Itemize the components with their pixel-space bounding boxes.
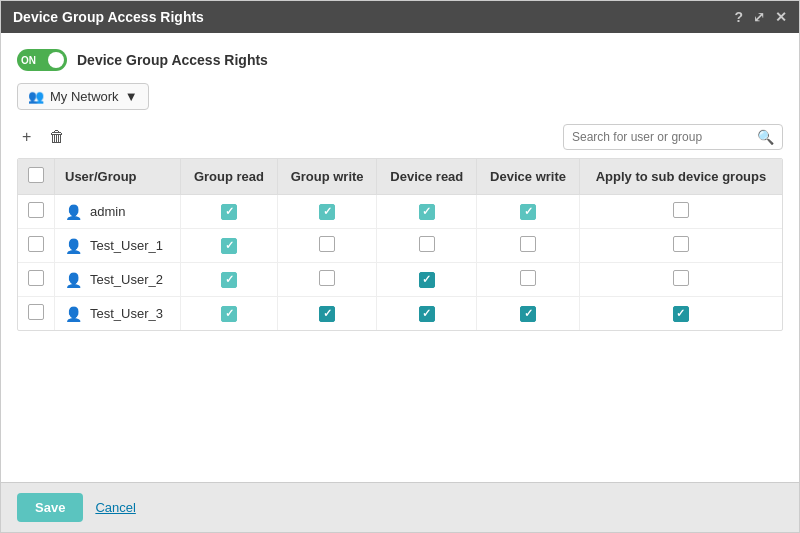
toggle-row: ON Device Group Access Rights xyxy=(17,49,783,71)
device_write-cell xyxy=(477,297,580,331)
device_write-cell xyxy=(477,229,580,263)
header-user-group: User/Group xyxy=(55,159,181,195)
row-select-cell xyxy=(18,195,55,229)
device_write-cell xyxy=(477,195,580,229)
search-box: 🔍 xyxy=(563,124,783,150)
user-icon: 👤 xyxy=(65,306,82,322)
header-apply-sub: Apply to sub device groups xyxy=(579,159,782,195)
group_read-checkbox[interactable] xyxy=(221,306,237,322)
group_write-checkbox[interactable] xyxy=(319,204,335,220)
group_write-cell xyxy=(277,297,377,331)
network-label: My Network xyxy=(50,89,119,104)
network-icon: 👥 xyxy=(28,89,44,104)
device_write-checkbox[interactable] xyxy=(520,270,536,286)
apply_sub-checkbox[interactable] xyxy=(673,202,689,218)
device_read-cell xyxy=(377,297,477,331)
device_read-cell xyxy=(377,263,477,297)
user-name: admin xyxy=(90,204,125,219)
device_write-checkbox[interactable] xyxy=(520,204,536,220)
access-rights-toggle[interactable]: ON xyxy=(17,49,67,71)
group_write-cell xyxy=(277,263,377,297)
apply_sub-checkbox[interactable] xyxy=(673,236,689,252)
dialog-device-group-access: Device Group Access Rights ? ⤢ ✕ ON Devi… xyxy=(0,0,800,533)
access-rights-table: User/Group Group read Group write Device… xyxy=(17,158,783,331)
user-cell: 👤Test_User_1 xyxy=(55,229,181,263)
apply_sub-checkbox[interactable] xyxy=(673,306,689,322)
user-name: Test_User_1 xyxy=(90,238,163,253)
group_write-checkbox[interactable] xyxy=(319,306,335,322)
row-select-checkbox[interactable] xyxy=(28,236,44,252)
search-input[interactable] xyxy=(572,130,757,144)
save-button[interactable]: Save xyxy=(17,493,83,522)
device_read-cell xyxy=(377,195,477,229)
expand-icon[interactable]: ⤢ xyxy=(753,9,765,25)
user-cell: 👤Test_User_3 xyxy=(55,297,181,331)
toggle-on-text: ON xyxy=(21,55,36,66)
user-icon: 👤 xyxy=(65,204,82,220)
toggle-circle xyxy=(48,52,64,68)
dialog-body: ON Device Group Access Rights 👥 My Netwo… xyxy=(1,33,799,482)
apply_sub-cell xyxy=(579,229,782,263)
group_write-checkbox[interactable] xyxy=(319,236,335,252)
device_read-cell xyxy=(377,229,477,263)
group_write-checkbox[interactable] xyxy=(319,270,335,286)
group_write-cell xyxy=(277,229,377,263)
row-select-cell xyxy=(18,263,55,297)
header-checkbox[interactable] xyxy=(28,167,44,183)
dialog-title: Device Group Access Rights xyxy=(13,9,204,25)
apply_sub-cell xyxy=(579,263,782,297)
row-select-cell xyxy=(18,229,55,263)
row-select-cell xyxy=(18,297,55,331)
table-row: 👤Test_User_1 xyxy=(18,229,782,263)
toolbar-left: + 🗑 xyxy=(17,125,70,149)
device_write-cell xyxy=(477,263,580,297)
chevron-down-icon: ▼ xyxy=(125,89,138,104)
user-name: Test_User_3 xyxy=(90,306,163,321)
group_write-cell xyxy=(277,195,377,229)
table-row: 👤Test_User_3 xyxy=(18,297,782,331)
user-name: Test_User_2 xyxy=(90,272,163,287)
add-button[interactable]: + xyxy=(17,125,36,149)
row-select-checkbox[interactable] xyxy=(28,304,44,320)
group_read-checkbox[interactable] xyxy=(221,272,237,288)
group_read-checkbox[interactable] xyxy=(221,238,237,254)
device_read-checkbox[interactable] xyxy=(419,236,435,252)
group_read-cell xyxy=(181,297,278,331)
title-bar: Device Group Access Rights ? ⤢ ✕ xyxy=(1,1,799,33)
apply_sub-cell xyxy=(579,297,782,331)
apply_sub-cell xyxy=(579,195,782,229)
table-header-row: User/Group Group read Group write Device… xyxy=(18,159,782,195)
header-device-read: Device read xyxy=(377,159,477,195)
table-row: 👤Test_User_2 xyxy=(18,263,782,297)
network-button[interactable]: 👥 My Network ▼ xyxy=(17,83,149,110)
device_write-checkbox[interactable] xyxy=(520,306,536,322)
device_read-checkbox[interactable] xyxy=(419,204,435,220)
group_read-cell xyxy=(181,229,278,263)
delete-button[interactable]: 🗑 xyxy=(44,125,70,149)
header-select xyxy=(18,159,55,195)
group_read-cell xyxy=(181,263,278,297)
user-icon: 👤 xyxy=(65,238,82,254)
toggle-label: Device Group Access Rights xyxy=(77,52,268,68)
close-icon[interactable]: ✕ xyxy=(775,9,787,25)
header-group-read: Group read xyxy=(181,159,278,195)
user-cell: 👤admin xyxy=(55,195,181,229)
cancel-button[interactable]: Cancel xyxy=(95,500,135,515)
group_read-cell xyxy=(181,195,278,229)
title-bar-icons: ? ⤢ ✕ xyxy=(734,9,787,25)
device_write-checkbox[interactable] xyxy=(520,236,536,252)
row-select-checkbox[interactable] xyxy=(28,202,44,218)
user-icon: 👤 xyxy=(65,272,82,288)
header-group-write: Group write xyxy=(277,159,377,195)
table-row: 👤admin xyxy=(18,195,782,229)
device_read-checkbox[interactable] xyxy=(419,306,435,322)
help-icon[interactable]: ? xyxy=(734,9,743,25)
toolbar: + 🗑 🔍 xyxy=(17,124,783,150)
dialog-footer: Save Cancel xyxy=(1,482,799,532)
apply_sub-checkbox[interactable] xyxy=(673,270,689,286)
user-cell: 👤Test_User_2 xyxy=(55,263,181,297)
device_read-checkbox[interactable] xyxy=(419,272,435,288)
row-select-checkbox[interactable] xyxy=(28,270,44,286)
group_read-checkbox[interactable] xyxy=(221,204,237,220)
header-device-write: Device write xyxy=(477,159,580,195)
